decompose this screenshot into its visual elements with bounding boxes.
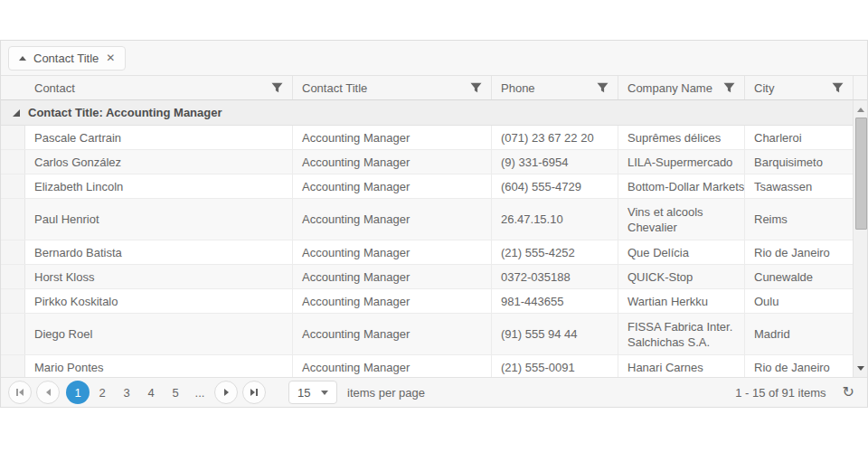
table-row[interactable]: Diego RoelAccounting Manager(91) 555 94 … [1,314,853,355]
cell-contact: Paul Henriot [25,199,292,240]
pager: 12345... 15 items per page 1 - 15 of 91 … [1,377,867,407]
items-per-page-label: items per page [347,386,425,400]
page-size-value: 15 [297,386,310,400]
cell-contact: Pirkko Koskitalo [25,289,292,313]
cell-phone: 981-443655 [491,289,618,313]
column-label: Contact [34,81,266,95]
group-indent-cell [1,314,25,354]
column-header-phone[interactable]: Phone [491,76,618,99]
column-header-company-name[interactable]: Company Name [618,76,744,99]
cell-contact-title: Accounting Manager [292,174,491,198]
cell-contact: Pascale Cartrain [25,126,292,149]
group-indent-cell [1,289,25,313]
filter-icon[interactable] [470,82,482,93]
cell-contact: Diego Roel [25,314,292,354]
filter-icon[interactable] [832,82,844,93]
cell-company-name: Bottom-Dollar Markets [618,174,744,198]
scroll-up-icon[interactable] [854,102,867,117]
grid-body-rows: Contact Title: Accounting Manager Pascal… [1,100,853,377]
page-size-dropdown[interactable]: 15 [288,381,337,404]
scroll-down-icon[interactable] [854,361,867,375]
pager-prev-button[interactable] [36,381,60,404]
cell-city: Rio de Janeiro [744,240,853,264]
column-label: Phone [501,81,591,95]
table-row[interactable]: Pirkko KoskitaloAccounting Manager981-44… [1,289,853,314]
cell-contact-title: Accounting Manager [292,150,491,174]
cell-city: Madrid [744,314,853,354]
cell-company-name: LILA-Supermercado [618,150,744,174]
pager-page-4[interactable]: 4 [139,381,163,404]
column-label: City [754,81,826,95]
grouping-panel[interactable]: Contact Title ✕ [1,41,867,76]
pager-first-button[interactable] [8,381,32,404]
group-indent-cell [1,199,25,240]
group-indent-cell [1,150,25,174]
cell-company-name: QUICK-Stop [618,265,744,288]
chevron-down-icon [321,391,328,395]
table-row[interactable]: Carlos GonzálezAccounting Manager(9) 331… [1,150,853,174]
table-row[interactable]: Mario PontesAccounting Manager(21) 555-0… [1,355,853,377]
pager-info: 1 - 15 of 91 items [735,386,826,400]
cell-company-name: Wartian Herkku [618,289,744,313]
group-chip-contact-title[interactable]: Contact Title ✕ [8,46,126,71]
pager-next-button[interactable] [214,381,238,404]
cell-company-name: Suprêmes délices [618,126,744,149]
cell-company-name: Hanari Carnes [618,355,744,377]
cell-phone: (071) 23 67 22 20 [491,126,618,149]
cell-city: Tsawassen [744,174,853,198]
cell-city: Rio de Janeiro [744,355,853,377]
grid-body: Contact Title: Accounting Manager Pascal… [1,100,867,377]
scrollbar-thumb[interactable] [855,118,867,230]
group-indent-cell [1,265,25,288]
group-indent-cell [1,240,25,264]
cell-company-name: Que Delícia [618,240,744,264]
group-indent-cell [1,174,25,198]
refresh-icon[interactable]: ↻ [843,385,854,400]
cell-city: Barquisimeto [744,150,853,174]
column-header-city[interactable]: City [744,76,853,99]
pager-pages: 12345... [66,381,212,404]
group-row-label: Contact Title: Accounting Manager [28,106,222,119]
vertical-scrollbar[interactable] [853,100,867,377]
group-row[interactable]: Contact Title: Accounting Manager [1,100,853,126]
cell-phone: (91) 555 94 44 [491,314,618,354]
pager-more-pages[interactable]: ... [188,381,212,404]
remove-group-icon[interactable]: ✕ [106,52,115,63]
sort-ascending-icon [19,56,26,61]
table-row[interactable]: Horst KlossAccounting Manager0372-035188… [1,265,853,289]
cell-contact: Elizabeth Lincoln [25,174,292,198]
pager-page-5[interactable]: 5 [164,381,187,404]
cell-contact-title: Accounting Manager [292,355,491,377]
column-header-contact-title[interactable]: Contact Title [292,76,491,99]
cell-city: Cunewalde [744,265,853,288]
filter-icon[interactable] [597,82,609,93]
column-label: Company Name [627,81,718,95]
collapse-group-icon[interactable] [13,109,20,117]
table-row[interactable]: Paul HenriotAccounting Manager26.47.15.1… [1,199,853,240]
cell-contact: Carlos González [25,150,292,174]
cell-contact-title: Accounting Manager [292,265,491,288]
cell-phone: 26.47.15.10 [491,199,618,240]
filter-icon[interactable] [271,82,283,93]
pager-page-2[interactable]: 2 [90,381,114,404]
table-row[interactable]: Elizabeth LincolnAccounting Manager(604)… [1,174,853,199]
cell-contact-title: Accounting Manager [292,199,491,240]
cell-contact-title: Accounting Manager [292,289,491,313]
cell-phone: (9) 331-6954 [491,150,618,174]
cell-company-name: FISSA Fabrica Inter. Salchichas S.A. [618,314,744,354]
pager-last-button[interactable] [242,381,266,404]
cell-contact-title: Accounting Manager [292,126,491,149]
cell-phone: 0372-035188 [491,265,618,288]
pager-page-3[interactable]: 3 [115,381,138,404]
table-row[interactable]: Pascale CartrainAccounting Manager(071) … [1,126,853,150]
cell-contact-title: Accounting Manager [292,240,491,264]
column-header-contact[interactable]: Contact [25,76,292,99]
cell-phone: (21) 555-4252 [491,240,618,264]
table-row[interactable]: Bernardo BatistaAccounting Manager(21) 5… [1,240,853,265]
group-indent-cell [1,126,25,149]
pager-page-1[interactable]: 1 [66,381,90,404]
column-header-row: Contact Contact Title Phone Company Name… [1,76,867,100]
filter-icon[interactable] [723,82,735,93]
group-indent-header-cell [1,76,25,99]
scrollbar-header-spacer [853,76,867,99]
